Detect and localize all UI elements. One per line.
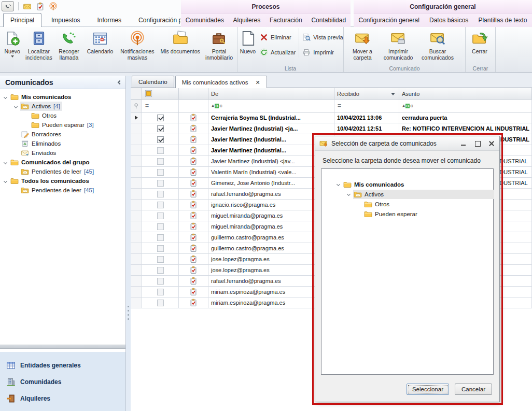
row-indicator-cell[interactable] xyxy=(131,134,142,145)
column-header-select[interactable] xyxy=(142,88,179,100)
notifications-button[interactable] xyxy=(49,2,58,11)
calendario-button[interactable]: Calendario xyxy=(83,28,117,65)
nuevo-button[interactable]: Nuevo xyxy=(239,28,257,65)
ribbon-tab-contabilidad[interactable]: Contabilidad xyxy=(307,13,349,27)
expander-chevron-icon[interactable] xyxy=(337,182,340,186)
seleccionar-button[interactable]: Seleccionar xyxy=(407,384,449,395)
row-checkbox-cell[interactable] xyxy=(142,156,179,167)
column-header-tipo[interactable] xyxy=(179,88,208,100)
mis-documentos-button[interactable]: Mis documentos xyxy=(158,28,203,65)
eliminar-button[interactable]: Eliminar xyxy=(260,32,296,42)
tab-mis-comunicados-activos[interactable]: Mis comunicados activos✕ xyxy=(175,76,267,88)
row-indicator-cell[interactable] xyxy=(131,112,142,123)
row-indicator-cell[interactable] xyxy=(131,232,142,243)
row-checkbox[interactable] xyxy=(157,158,164,165)
row-indicator-cell[interactable] xyxy=(131,221,142,232)
expander-chevron-icon[interactable] xyxy=(347,192,351,196)
filter-cell-select[interactable]: = xyxy=(142,100,179,112)
tree-item-pendientes-de-leer[interactable]: Pendientes de leer[45] xyxy=(0,167,125,176)
nuevo-button[interactable]: Nuevo xyxy=(2,28,23,65)
cell-recibido[interactable]: 10/04/2021 13:06 xyxy=(334,112,399,123)
tree-item-activos[interactable]: Activos xyxy=(321,189,493,199)
row-checkbox[interactable] xyxy=(157,256,164,263)
mover-a-carpeta-button[interactable]: Mover a carpeta xyxy=(345,28,380,65)
tree-item-activos[interactable]: Activos[4] xyxy=(0,102,125,111)
row-type-cell[interactable] xyxy=(179,221,208,232)
tree-item-eliminados[interactable]: Eliminados xyxy=(0,139,125,148)
row-type-cell[interactable] xyxy=(179,232,208,243)
row-checkbox[interactable] xyxy=(157,136,164,143)
row-checkbox[interactable] xyxy=(157,223,164,230)
filter-cell-row-indicator[interactable] xyxy=(131,100,142,112)
tree-item-enviados[interactable]: Enviados xyxy=(0,148,125,158)
row-checkbox[interactable] xyxy=(157,169,164,176)
tree-item-pueden-esperar[interactable]: Pueden esperar xyxy=(321,209,493,219)
row-checkbox[interactable] xyxy=(157,202,164,208)
row-type-cell[interactable] xyxy=(179,210,208,221)
cerrar-button[interactable]: Cerrar xyxy=(467,28,492,65)
vertical-splitter[interactable] xyxy=(126,76,131,411)
row-checkbox-cell[interactable] xyxy=(142,221,179,232)
cell-de[interactable]: Javier Martinez (Industrial) <ja... xyxy=(208,123,334,134)
row-indicator-cell[interactable] xyxy=(131,210,142,221)
table-row[interactable]: Cerrajeria Soyma SL (Industrial...10/04/… xyxy=(131,112,532,123)
filter-cell-tipo[interactable] xyxy=(179,100,208,112)
row-indicator-cell[interactable] xyxy=(131,254,142,265)
row-type-cell[interactable] xyxy=(179,287,208,297)
tree-item-otros[interactable]: Otros xyxy=(0,111,125,120)
row-checkbox-cell[interactable] xyxy=(142,167,179,178)
sidebar-item-comunidades[interactable]: Comunidades xyxy=(0,374,125,390)
expander-chevron-icon[interactable] xyxy=(4,179,7,182)
row-checkbox-cell[interactable] xyxy=(142,112,179,123)
tree-item-comunicados-del-grupo[interactable]: Comunicados del grupo xyxy=(0,158,125,167)
row-type-cell[interactable] xyxy=(179,145,208,156)
row-checkbox[interactable] xyxy=(157,191,164,197)
tree-item-borradores[interactable]: Borradores xyxy=(0,130,125,139)
minimize-button[interactable] xyxy=(460,140,467,147)
cell-recibido[interactable]: 10/04/2021 12:51 xyxy=(334,123,399,134)
ribbon-tab-informes[interactable]: Informes xyxy=(90,13,129,27)
row-checkbox[interactable] xyxy=(157,234,164,241)
localizar-incidencias-button[interactable]: Localizar incidencias xyxy=(23,28,54,65)
tab-calendario[interactable]: Calendario xyxy=(132,76,174,88)
row-indicator-cell[interactable] xyxy=(131,167,142,178)
row-checkbox-cell[interactable] xyxy=(142,232,179,243)
row-type-cell[interactable] xyxy=(179,123,208,134)
row-type-cell[interactable] xyxy=(179,276,208,287)
row-indicator-cell[interactable] xyxy=(131,297,142,308)
app-menu-button[interactable] xyxy=(2,1,14,11)
sidebar-item-entidades-generales[interactable]: Entidades generales xyxy=(0,357,125,374)
column-header-row-indicator[interactable] xyxy=(131,88,142,100)
expander-chevron-icon[interactable] xyxy=(4,95,7,98)
cell-asunto[interactable]: cerradura puerta xyxy=(399,112,532,123)
row-indicator-cell[interactable] xyxy=(131,123,142,134)
tree-item-pendientes-de-leer[interactable]: Pendientes de leer[45] xyxy=(0,186,125,195)
row-type-cell[interactable] xyxy=(179,265,208,276)
filter-cell-recibido[interactable]: = xyxy=(334,100,399,112)
row-indicator-cell[interactable] xyxy=(131,200,142,210)
tree-item-mis-comunicados[interactable]: Mis comunicados xyxy=(0,92,125,102)
row-type-cell[interactable] xyxy=(179,243,208,254)
collapse-sidebar-icon[interactable] xyxy=(118,80,122,84)
row-checkbox[interactable] xyxy=(157,212,164,219)
cancelar-button[interactable]: Cancelar xyxy=(455,384,492,395)
row-checkbox-cell[interactable] xyxy=(142,265,179,276)
row-checkbox-cell[interactable] xyxy=(142,189,179,200)
recoger-llamada-button[interactable]: Recoger llamada xyxy=(54,28,83,65)
row-indicator-cell[interactable] xyxy=(131,276,142,287)
mail-button[interactable] xyxy=(23,2,32,11)
ribbon-tab-plantillas-de-texto[interactable]: Plantillas de texto xyxy=(474,13,530,27)
row-type-cell[interactable] xyxy=(179,178,208,189)
row-indicator-cell[interactable] xyxy=(131,265,142,276)
close-tab-icon[interactable]: ✕ xyxy=(255,80,260,85)
row-indicator-cell[interactable] xyxy=(131,145,142,156)
imprimir-comunicado-button[interactable]: Imprimir comunicado xyxy=(380,28,417,65)
sidebar-item-alquileres[interactable]: Alquileres xyxy=(0,390,125,407)
row-checkbox-cell[interactable] xyxy=(142,287,179,297)
row-checkbox[interactable] xyxy=(157,267,164,274)
close-button[interactable] xyxy=(488,140,495,147)
row-type-cell[interactable] xyxy=(179,297,208,308)
imprimir-button[interactable]: Imprimir xyxy=(302,47,343,58)
ribbon-tab-configuración-general[interactable]: Configuración general xyxy=(355,13,423,27)
tree-item-pueden-esperar[interactable]: Pueden esperar[3] xyxy=(0,120,125,130)
